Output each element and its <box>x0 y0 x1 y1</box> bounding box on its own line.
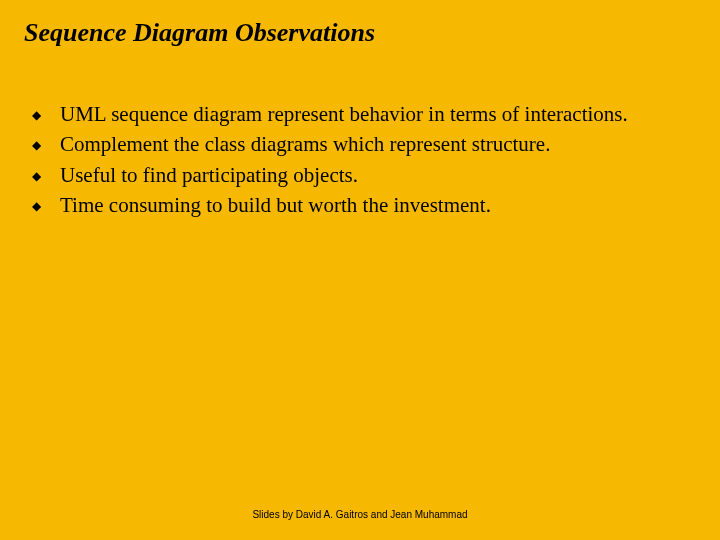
bullet-list: ◆ UML sequence diagram represent behavio… <box>0 48 720 219</box>
bullet-text: Complement the class diagrams which repr… <box>60 130 660 158</box>
list-item: ◆ Useful to find participating objects. <box>30 161 660 189</box>
slide-footer: Slides by David A. Gaitros and Jean Muha… <box>0 509 720 520</box>
list-item: ◆ Complement the class diagrams which re… <box>30 130 660 158</box>
bullet-icon: ◆ <box>30 130 60 153</box>
bullet-text: UML sequence diagram represent behavior … <box>60 100 660 128</box>
bullet-icon: ◆ <box>30 191 60 214</box>
bullet-icon: ◆ <box>30 161 60 184</box>
list-item: ◆ UML sequence diagram represent behavio… <box>30 100 660 128</box>
slide-title: Sequence Diagram Observations <box>0 0 720 48</box>
bullet-icon: ◆ <box>30 100 60 123</box>
bullet-text: Useful to find participating objects. <box>60 161 660 189</box>
bullet-text: Time consuming to build but worth the in… <box>60 191 660 219</box>
list-item: ◆ Time consuming to build but worth the … <box>30 191 660 219</box>
